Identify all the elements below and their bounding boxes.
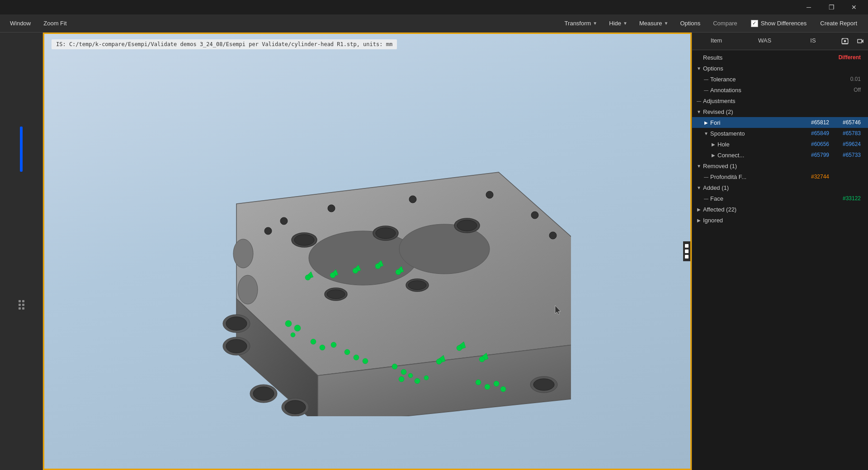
expand-ignored-icon[interactable]: ▶: [696, 217, 702, 223]
tree-row-annotations[interactable]: — Annotations Off: [692, 85, 868, 95]
svg-point-19: [486, 191, 493, 198]
maximize-button[interactable]: ❐: [821, 0, 842, 14]
svg-point-31: [285, 400, 306, 414]
create-report-button[interactable]: Create Report: [815, 18, 863, 28]
tree-row-connect[interactable]: ▶ Connect... #65799 #65733: [692, 150, 868, 160]
tree-row-added[interactable]: ▼ Added (1): [692, 182, 868, 193]
expand-prof-icon: —: [703, 174, 709, 180]
menu-transform[interactable]: Transform ▼: [560, 18, 602, 28]
tree-row-spostamento[interactable]: ▼ Spostamento #65849 #65783: [692, 128, 868, 139]
right-panel: Item WAS IS Results Different: [692, 33, 868, 470]
expand-hole-icon[interactable]: ▶: [710, 141, 717, 147]
svg-point-65: [476, 380, 481, 385]
tree-row-affected[interactable]: ▶ Affected (22): [692, 204, 868, 215]
hide-arrow-icon: ▼: [623, 21, 627, 26]
svg-point-6: [294, 235, 314, 245]
svg-point-8: [376, 228, 396, 239]
svg-point-64: [479, 357, 485, 362]
col-was: WAS: [741, 35, 789, 47]
svg-point-44: [285, 320, 292, 327]
menu-window[interactable]: Window: [5, 18, 35, 28]
results-tree: Results Different ▼ Options — Tolerance …: [692, 50, 868, 470]
svg-point-18: [409, 196, 416, 203]
svg-point-23: [238, 275, 258, 304]
viewport-label: IS: C:/temp/k-compare/Esempi/Validate de…: [52, 39, 397, 49]
col-is: IS: [789, 35, 837, 47]
svg-point-66: [485, 384, 490, 390]
camera-icon[interactable]: [837, 35, 853, 47]
menu-options[interactable]: Options: [675, 18, 705, 28]
svg-point-35: [305, 275, 311, 280]
svg-point-46: [291, 333, 295, 337]
expand-revised-icon[interactable]: ▼: [696, 108, 702, 115]
compare-button[interactable]: Compare: [708, 18, 742, 28]
svg-point-57: [415, 378, 420, 384]
transform-arrow-icon: ▼: [593, 21, 597, 26]
tree-row-hole[interactable]: ▶ Hole #60656 #59624: [692, 139, 868, 150]
menu-zoom-fit[interactable]: Zoom Fit: [39, 18, 71, 28]
svg-point-10: [457, 220, 477, 231]
svg-point-3: [309, 231, 417, 285]
svg-point-58: [424, 376, 429, 380]
tree-row-ignored[interactable]: ▶ Ignored: [692, 215, 868, 226]
svg-point-47: [311, 339, 316, 344]
tree-row-revised[interactable]: ▼ Revised (2): [692, 106, 868, 117]
expand-connect-icon[interactable]: ▶: [710, 152, 717, 158]
svg-point-56: [408, 373, 413, 378]
svg-point-20: [531, 212, 538, 219]
svg-point-62: [457, 345, 462, 351]
tree-row-removed[interactable]: ▼ Removed (1): [692, 160, 868, 171]
tree-row-face[interactable]: — Face #33122: [692, 193, 868, 204]
expand-face-icon: —: [703, 195, 709, 202]
tree-row-tolerance[interactable]: — Tolerance 0.01: [692, 74, 868, 85]
tree-row-fori[interactable]: ▶ Fori #65812 #65746: [692, 117, 868, 128]
svg-point-60: [436, 359, 442, 364]
svg-point-17: [328, 205, 335, 212]
menu-bar: Window Zoom Fit Transform ▼ Hide ▼ Measu…: [0, 14, 868, 33]
svg-point-53: [392, 364, 397, 369]
svg-point-39: [353, 268, 358, 273]
title-bar: ─ ❐ ✕: [0, 0, 868, 14]
tree-row-results[interactable]: Results Different: [692, 52, 868, 63]
expand-options-icon[interactable]: ▼: [696, 65, 702, 71]
measure-arrow-icon: ▼: [664, 21, 669, 26]
minimize-button[interactable]: ─: [798, 0, 819, 14]
svg-point-15: [264, 227, 272, 235]
menu-measure[interactable]: Measure ▼: [635, 18, 673, 28]
tree-row-options[interactable]: ▼ Options: [692, 63, 868, 74]
expand-adjustments-icon[interactable]: —: [696, 98, 702, 104]
show-differences-button[interactable]: ✓ Show Differences: [745, 18, 812, 29]
svg-point-49: [331, 342, 336, 348]
tree-row-profondita[interactable]: — Profondità F... #32744: [692, 171, 868, 182]
expand-removed-icon[interactable]: ▼: [696, 163, 702, 169]
menu-hide[interactable]: Hide ▼: [604, 18, 632, 28]
expand-icon: —: [703, 87, 709, 93]
expand-spostamento-icon[interactable]: ▼: [703, 130, 709, 136]
expand-affected-icon[interactable]: ▶: [696, 206, 702, 212]
svg-point-4: [399, 224, 490, 274]
video-icon[interactable]: [853, 35, 868, 47]
svg-point-14: [408, 281, 426, 290]
svg-point-37: [330, 273, 335, 278]
svg-point-22: [233, 239, 253, 268]
tree-row-adjustments[interactable]: — Adjustments: [692, 95, 868, 106]
expand-added-icon[interactable]: ▼: [696, 184, 702, 191]
svg-point-16: [280, 217, 288, 225]
svg-point-45: [294, 325, 301, 331]
svg-point-43: [396, 269, 401, 275]
expand-icon: —: [703, 76, 709, 82]
svg-point-27: [226, 339, 247, 353]
left-panel: [0, 33, 43, 470]
main-content: IS: C:/temp/k-compare/Esempi/Validate de…: [0, 33, 868, 470]
show-differences-checkbox[interactable]: ✓: [751, 20, 758, 27]
viewport-right-handle[interactable]: [683, 241, 690, 261]
svg-point-12: [327, 290, 345, 299]
svg-point-55: [399, 376, 404, 382]
svg-point-52: [363, 358, 368, 364]
panel-header: Item WAS IS: [692, 33, 868, 50]
close-button[interactable]: ✕: [844, 0, 864, 14]
svg-point-50: [344, 349, 350, 355]
expand-fori-icon[interactable]: ▶: [703, 119, 709, 126]
viewport[interactable]: IS: C:/temp/k-compare/Esempi/Validate de…: [43, 33, 692, 470]
svg-point-68: [500, 386, 506, 392]
